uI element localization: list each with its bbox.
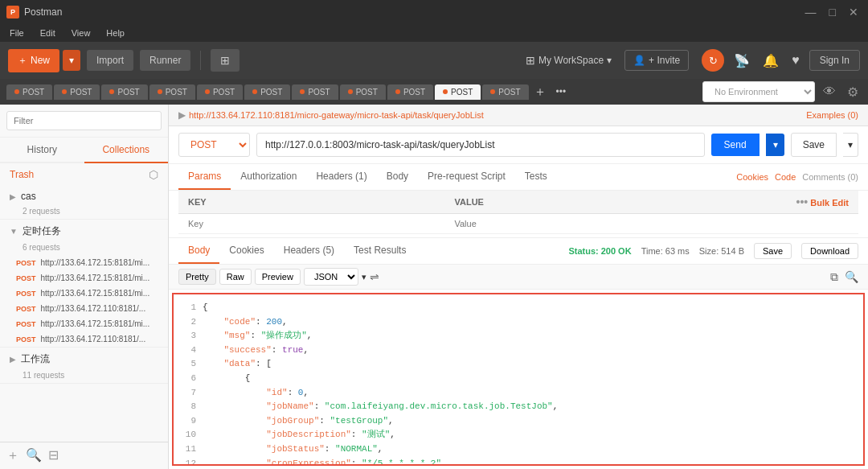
heart-icon[interactable]: ♥ bbox=[788, 53, 803, 68]
cookies-link[interactable]: Cookies bbox=[736, 172, 768, 182]
resp-tab-headers[interactable]: Headers (5) bbox=[274, 238, 344, 264]
collections-tab[interactable]: Collections bbox=[84, 138, 169, 163]
invite-button[interactable]: 👤 + Invite bbox=[624, 50, 689, 71]
resp-tab-cookies[interactable]: Cookies bbox=[219, 238, 273, 264]
menu-help[interactable]: Help bbox=[103, 27, 128, 39]
satellite-icon[interactable]: 📡 bbox=[731, 53, 753, 68]
tab-5[interactable]: POST bbox=[197, 84, 243, 100]
tab-1[interactable]: POST bbox=[6, 84, 52, 100]
eye-icon[interactable]: 👁 bbox=[820, 84, 839, 99]
menu-view[interactable]: View bbox=[68, 27, 94, 39]
list-item[interactable]: POSThttp://133.64.172.110:8181/... bbox=[0, 301, 168, 316]
maximize-button[interactable]: □ bbox=[826, 6, 839, 19]
close-button[interactable]: ✕ bbox=[845, 6, 862, 19]
runner-button[interactable]: Runner bbox=[140, 50, 190, 71]
table-row bbox=[178, 214, 858, 234]
pretty-button[interactable]: Pretty bbox=[178, 269, 216, 285]
filter-input[interactable] bbox=[6, 111, 162, 130]
menu-file[interactable]: File bbox=[6, 27, 27, 39]
new-dropdown-arrow[interactable]: ▾ bbox=[63, 50, 80, 71]
title-bar-left: P Postman bbox=[6, 6, 62, 19]
trash-row[interactable]: Trash ⬡ bbox=[0, 163, 168, 186]
bulk-edit-button[interactable]: Bulk Edit bbox=[810, 198, 849, 208]
tab-body[interactable]: Body bbox=[377, 164, 418, 190]
plus-icon[interactable]: ＋ bbox=[6, 447, 19, 464]
code-link[interactable]: Code bbox=[775, 172, 796, 182]
raw-button[interactable]: Raw bbox=[219, 269, 252, 285]
tab-2[interactable]: POST bbox=[54, 84, 100, 100]
layout-icon[interactable]: ⊟ bbox=[48, 447, 59, 464]
settings-icon[interactable]: ⚙ bbox=[844, 84, 862, 100]
save-button[interactable]: Save bbox=[791, 133, 837, 157]
download-button[interactable]: Download bbox=[801, 243, 858, 259]
menu-edit[interactable]: Edit bbox=[37, 27, 59, 39]
tab-8[interactable]: POST bbox=[340, 84, 386, 100]
list-item[interactable]: POSThttp://133.64.172.15:8181/mi... bbox=[0, 316, 168, 331]
send-button[interactable]: Send bbox=[711, 134, 760, 156]
tab-authorization[interactable]: Authorization bbox=[231, 164, 306, 190]
environment-selector[interactable]: No Environment bbox=[702, 81, 815, 102]
preview-button[interactable]: Preview bbox=[255, 269, 301, 285]
more-tabs-button[interactable]: ••• bbox=[551, 86, 571, 97]
tab-4[interactable]: POST bbox=[149, 84, 195, 100]
minimize-button[interactable]: — bbox=[802, 6, 820, 19]
format-selector[interactable]: JSON HTML Text bbox=[304, 268, 358, 286]
tabs-bar: POST POST POST POST POST POST POST POST … bbox=[0, 79, 868, 105]
resp-tab-body[interactable]: Body bbox=[178, 238, 219, 264]
content-area: ▶ http://133.64.172.110:8181/micro-gatew… bbox=[169, 105, 868, 469]
import-button[interactable]: Import bbox=[87, 50, 133, 71]
tab-6[interactable]: POST bbox=[244, 84, 290, 100]
column-options-icon[interactable]: ••• bbox=[796, 195, 809, 208]
tab-10-active[interactable]: POST bbox=[435, 84, 481, 100]
refresh-button[interactable]: ↻ bbox=[702, 49, 724, 72]
list-item[interactable]: POSThttp://133.64.172.15:8181/mi... bbox=[0, 255, 168, 270]
tab-3[interactable]: POST bbox=[101, 84, 147, 100]
search-response-icon[interactable]: 🔍 bbox=[845, 270, 858, 284]
url-input[interactable] bbox=[256, 133, 705, 157]
tab-11[interactable]: POST bbox=[482, 84, 528, 100]
list-item[interactable]: POSThttp://133.64.172.15:8181/mi... bbox=[0, 286, 168, 301]
comments-link[interactable]: Comments (0) bbox=[802, 172, 858, 182]
add-tab-button[interactable]: ＋ bbox=[530, 84, 550, 101]
code-line-6: 6 { bbox=[180, 372, 857, 386]
save-response-button[interactable]: Save bbox=[754, 243, 792, 259]
sign-in-button[interactable]: Sign In bbox=[809, 50, 860, 71]
tab-params[interactable]: Params bbox=[178, 164, 231, 190]
collection-scheduled-header[interactable]: ▼ 定时任务 bbox=[0, 220, 168, 243]
resp-tab-test-results[interactable]: Test Results bbox=[344, 238, 416, 264]
list-item[interactable]: POSThttp://133.64.172.110:8181/... bbox=[0, 331, 168, 347]
collection-workflow-header[interactable]: ▶ 工作流 bbox=[0, 348, 168, 371]
history-tab[interactable]: History bbox=[0, 138, 84, 162]
request-line: POST GET PUT DELETE Send ▾ Save ▾ bbox=[169, 126, 868, 164]
code-line-4: 4 "success": true, bbox=[180, 344, 857, 358]
code-editor: 1{ 2 "code": 200, 3 "msg": "操作成功", 4 "su… bbox=[174, 294, 863, 466]
key-input[interactable] bbox=[188, 219, 435, 228]
word-wrap-icon[interactable]: ⇌ bbox=[370, 270, 379, 283]
workspace-selector[interactable]: ⊞ My WorkSpace ▾ bbox=[526, 54, 612, 67]
collection-cas-header[interactable]: ▶ cas bbox=[0, 186, 168, 207]
key-column-header: KEY bbox=[178, 191, 444, 214]
layout-button[interactable]: ⊞ bbox=[211, 49, 240, 72]
chevron-right-icon-2: ▶ bbox=[10, 355, 16, 364]
collection-cas-sub: 2 requests bbox=[0, 207, 168, 219]
tab-headers[interactable]: Headers (1) bbox=[306, 164, 376, 190]
value-column-header: VALUE bbox=[444, 191, 710, 214]
send-dropdown-button[interactable]: ▾ bbox=[766, 134, 784, 156]
method-selector[interactable]: POST GET PUT DELETE bbox=[178, 133, 250, 157]
new-button[interactable]: ＋ New bbox=[8, 49, 59, 72]
tab-7[interactable]: POST bbox=[292, 84, 338, 100]
copy-icon[interactable]: ⧉ bbox=[830, 270, 838, 284]
list-item[interactable]: POSThttp://133.64.172.15:8181/mi... bbox=[0, 270, 168, 286]
breadcrumb-path[interactable]: http://133.64.172.110:8181/micro-gateway… bbox=[189, 110, 484, 120]
save-dropdown-button[interactable]: ▾ bbox=[843, 133, 858, 157]
toolbar-right: ↻ 📡 🔔 ♥ Sign In bbox=[702, 49, 860, 72]
tab-9[interactable]: POST bbox=[387, 84, 433, 100]
trash-icon[interactable]: ⬡ bbox=[149, 168, 158, 181]
tab-pre-request[interactable]: Pre-request Script bbox=[418, 164, 515, 190]
examples-button[interactable]: Examples (0) bbox=[806, 110, 858, 120]
value-input[interactable] bbox=[454, 219, 701, 228]
search-icon[interactable]: 🔍 bbox=[26, 447, 42, 464]
tab-tests[interactable]: Tests bbox=[515, 164, 557, 190]
bell-icon[interactable]: 🔔 bbox=[760, 53, 782, 68]
code-line-1: 1{ bbox=[180, 301, 857, 315]
